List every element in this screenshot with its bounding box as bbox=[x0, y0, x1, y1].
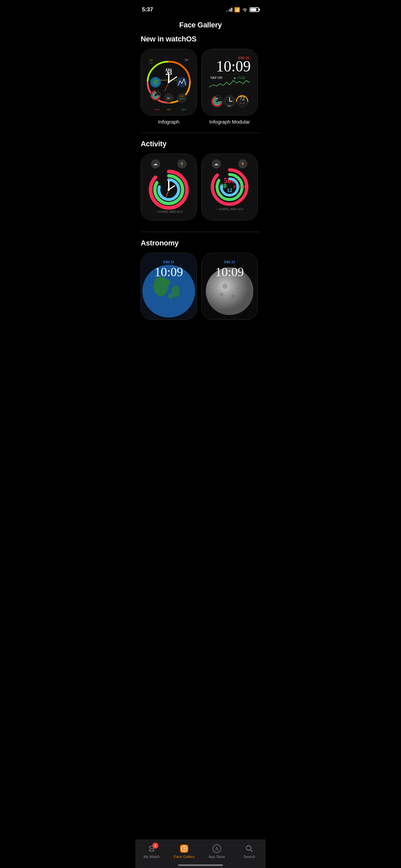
watch-face-infograph-modular: FRI 23 10:09 S&P 500 ▲ +5.22 bbox=[201, 49, 258, 116]
tab-app-store-label: App Store bbox=[208, 855, 225, 859]
watch-card-infograph-label: Infograph bbox=[158, 119, 179, 125]
svg-text:10:09: 10:09 bbox=[215, 265, 244, 279]
svg-text:14:59: 14:59 bbox=[154, 108, 160, 111]
watch-card-astro-earth[interactable]: FRI 23 10:09 bbox=[141, 253, 197, 320]
app-store-icon: A bbox=[212, 844, 221, 853]
section-astronomy: Astronomy FRI 23 bbox=[135, 239, 266, 320]
svg-text:500•: 500• bbox=[180, 95, 184, 97]
page-title: Face Gallery bbox=[135, 17, 266, 35]
tab-bar: 1 My Watch Face Gallery A App Store bbox=[135, 840, 266, 868]
svg-text:55 76: 55 76 bbox=[239, 102, 245, 104]
divider-activity bbox=[141, 132, 260, 133]
svg-text:🏃: 🏃 bbox=[240, 162, 245, 166]
svg-text:♡ 64 BPM, 3MIN AGO: ♡ 64 BPM, 3MIN AGO bbox=[155, 210, 182, 213]
watch-face-astro-moon: FRI 23 10:09 bbox=[201, 253, 258, 320]
status-bar: 5:37 📶 bbox=[135, 0, 266, 17]
search-icon bbox=[245, 845, 253, 852]
section-new-watchos: New in watchOS bbox=[135, 35, 266, 125]
section-title-astronomy: Astronomy bbox=[141, 239, 260, 247]
svg-text:1.0: 1.0 bbox=[149, 59, 153, 62]
svg-text:♡ 64 BPM, 3MIN AGO: ♡ 64 BPM, 3MIN AGO bbox=[216, 208, 243, 211]
tab-face-gallery-icon-wrap bbox=[179, 844, 189, 853]
svg-text:12: 12 bbox=[227, 187, 232, 193]
tab-face-gallery-label: Face Gallery bbox=[174, 855, 195, 859]
watch-face-infograph: FRI 23 bbox=[141, 49, 197, 116]
svg-point-23 bbox=[155, 80, 159, 82]
activity-cards-row: ☁ 🏃 bbox=[141, 154, 260, 224]
battery-icon bbox=[250, 7, 259, 12]
watch-face-activity-digital: ☁ 🏃 500 30 FRI 23 bbox=[201, 154, 258, 220]
svg-text:FRI 23: FRI 23 bbox=[224, 260, 235, 264]
new-watchos-cards-row: FRI 23 bbox=[141, 49, 260, 125]
watch-card-infograph-modular-label: Infograph Modular bbox=[209, 119, 250, 125]
tab-search[interactable]: Search bbox=[233, 843, 266, 860]
svg-text:UVI: UVI bbox=[149, 62, 153, 64]
section-title-new-watchos: New in watchOS bbox=[141, 35, 260, 43]
tab-my-watch-badge: 1 bbox=[152, 843, 159, 849]
status-icons: 📶 bbox=[226, 7, 259, 12]
tab-app-store[interactable]: A App Store bbox=[200, 843, 233, 860]
watch-card-infograph[interactable]: FRI 23 bbox=[141, 49, 197, 125]
svg-text:72°: 72° bbox=[185, 59, 189, 62]
astronomy-cards-row: FRI 23 10:09 bbox=[141, 253, 260, 320]
svg-text:DC: DC bbox=[167, 97, 171, 100]
svg-point-128 bbox=[184, 848, 185, 849]
svg-point-96 bbox=[168, 293, 173, 299]
svg-point-103 bbox=[231, 294, 235, 298]
svg-point-24 bbox=[177, 77, 188, 88]
watch-face-activity-analog: ☁ 🏃 bbox=[141, 154, 197, 220]
tab-face-gallery[interactable]: Face Gallery bbox=[168, 843, 201, 860]
svg-point-104 bbox=[237, 286, 239, 289]
svg-text:S&P 500: S&P 500 bbox=[210, 76, 223, 80]
watch-card-activity-digital[interactable]: ☁ 🏃 500 30 FRI 23 bbox=[201, 154, 258, 224]
signal-icon bbox=[226, 8, 232, 12]
tab-my-watch[interactable]: 1 My Watch bbox=[135, 843, 168, 860]
infograph-face-svg: FRI 23 bbox=[141, 49, 197, 115]
svg-line-132 bbox=[251, 850, 253, 852]
scroll-content: New in watchOS bbox=[135, 35, 266, 354]
tab-search-icon-wrap bbox=[245, 844, 254, 853]
svg-text:☁: ☁ bbox=[214, 161, 219, 166]
status-time: 5:37 bbox=[142, 6, 153, 13]
svg-text:🏃: 🏃 bbox=[179, 162, 184, 166]
wifi-icon: 📶 bbox=[234, 7, 240, 12]
svg-point-69 bbox=[168, 188, 170, 191]
watch-face-astro-earth: FRI 23 10:09 bbox=[141, 253, 197, 320]
tab-my-watch-icon-wrap: 1 bbox=[147, 844, 156, 853]
watch-card-astro-moon[interactable]: FRI 23 10:09 bbox=[201, 253, 258, 320]
wifi-icon bbox=[242, 8, 248, 12]
svg-text:▲ +5.22: ▲ +5.22 bbox=[233, 76, 245, 80]
divider-astronomy bbox=[141, 232, 260, 232]
section-activity: Activity ☁ 🏃 bbox=[135, 140, 266, 224]
svg-point-105 bbox=[220, 293, 223, 296]
svg-text:500: 500 bbox=[167, 108, 171, 111]
watch-card-infograph-modular[interactable]: FRI 23 10:09 S&P 500 ▲ +5.22 bbox=[201, 49, 258, 125]
svg-text:FRI 23: FRI 23 bbox=[234, 184, 245, 189]
infograph-modular-face-svg: FRI 23 10:09 S&P 500 ▲ +5.22 bbox=[202, 49, 257, 115]
svg-text:☁: ☁ bbox=[153, 161, 158, 166]
svg-point-102 bbox=[222, 283, 228, 289]
svg-text:30•12: 30•12 bbox=[181, 108, 187, 111]
svg-text:A: A bbox=[215, 846, 219, 851]
tab-search-label: Search bbox=[244, 855, 255, 859]
face-gallery-icon bbox=[179, 844, 189, 853]
tab-app-store-icon-wrap: A bbox=[212, 844, 222, 853]
tab-my-watch-label: My Watch bbox=[144, 855, 160, 859]
svg-text:10:09: 10:09 bbox=[154, 265, 183, 279]
svg-text:FRI 23: FRI 23 bbox=[164, 260, 174, 264]
svg-point-20 bbox=[168, 81, 170, 83]
svg-text:30•12: 30•12 bbox=[179, 97, 185, 100]
svg-text:DC: DC bbox=[228, 104, 231, 107]
watch-card-activity-analog[interactable]: ☁ 🏃 bbox=[141, 154, 197, 224]
svg-text:10:09: 10:09 bbox=[216, 58, 251, 75]
svg-point-94 bbox=[161, 279, 170, 285]
section-title-activity: Activity bbox=[141, 140, 260, 148]
home-indicator bbox=[178, 864, 223, 866]
